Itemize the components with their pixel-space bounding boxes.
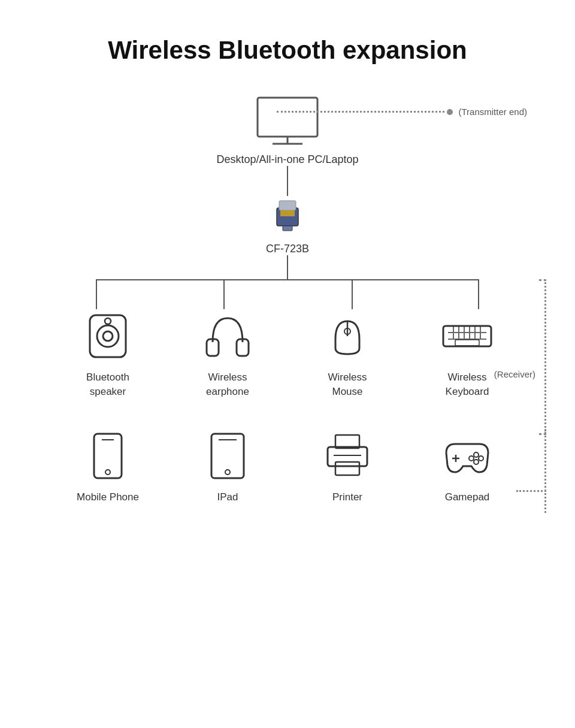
usb-label: CF-723B bbox=[266, 243, 309, 255]
svg-point-45 bbox=[474, 460, 479, 464]
svg-rect-4 bbox=[279, 201, 296, 210]
row2-container: Mobile Phone IPad bbox=[18, 429, 557, 505]
transmitter-end: (Transmitter end) bbox=[277, 107, 527, 117]
svg-point-9 bbox=[103, 331, 113, 341]
v-line-usb-branch bbox=[287, 255, 288, 279]
svg-rect-7 bbox=[90, 315, 126, 357]
receiver-label: (Receiver) bbox=[494, 369, 535, 379]
svg-rect-38 bbox=[328, 447, 367, 466]
branch-drop-4 bbox=[478, 279, 479, 309]
mouse-icon bbox=[320, 309, 374, 363]
monitor-section: Desktop/All-in-one PC/Laptop bbox=[216, 95, 358, 166]
usb-section: CF-723B bbox=[264, 196, 311, 255]
printer-icon bbox=[320, 429, 374, 483]
transmitter-label: (Transmitter end) bbox=[459, 107, 527, 117]
printer-label: Printer bbox=[332, 490, 362, 505]
svg-rect-15 bbox=[443, 326, 491, 346]
row1-container: Bluetoothspeaker Wirelessearphone bbox=[18, 309, 557, 399]
gamepad-label: Gamepad bbox=[445, 490, 490, 505]
device-ipad: IPad bbox=[180, 429, 276, 505]
svg-rect-34 bbox=[211, 434, 244, 478]
speaker-label: Bluetoothspeaker bbox=[86, 370, 129, 399]
row2-dotted-bottom bbox=[516, 490, 546, 492]
earphone-icon bbox=[201, 309, 255, 363]
device-wireless-earphone: Wirelessearphone bbox=[180, 309, 276, 399]
svg-point-8 bbox=[97, 325, 119, 347]
branch-drop-2 bbox=[223, 279, 225, 309]
branch-h-line bbox=[96, 279, 479, 280]
pc-label: Desktop/All-in-one PC/Laptop bbox=[216, 153, 358, 166]
svg-rect-6 bbox=[283, 226, 292, 231]
svg-rect-0 bbox=[258, 98, 317, 137]
device-wireless-keyboard: WirelessKeyboard bbox=[419, 309, 515, 399]
receiver-bracket bbox=[539, 279, 546, 435]
page-title: Wireless Bluetooth expansion bbox=[24, 36, 551, 65]
tablet-label: IPad bbox=[217, 490, 238, 505]
row2-devices: Mobile Phone IPad bbox=[48, 429, 527, 505]
transmitter-dot bbox=[447, 109, 453, 115]
speaker-icon bbox=[81, 309, 135, 363]
page: Wireless Bluetooth expansion Desktop/All… bbox=[0, 0, 575, 728]
svg-point-46 bbox=[469, 456, 474, 461]
row1-devices: Bluetoothspeaker Wirelessearphone bbox=[48, 309, 527, 399]
branch-drop-3 bbox=[352, 279, 353, 309]
svg-point-43 bbox=[474, 452, 479, 457]
usb-icon bbox=[264, 196, 311, 238]
mouse-label: WirelessMouse bbox=[328, 370, 367, 399]
branch-drop-1 bbox=[96, 279, 97, 309]
transmitter-dotted-line bbox=[277, 111, 444, 113]
row2-dotted-line bbox=[544, 429, 546, 513]
phone-icon bbox=[81, 429, 135, 483]
svg-point-10 bbox=[105, 318, 111, 324]
device-printer: Printer bbox=[299, 429, 395, 505]
branch-container bbox=[48, 279, 527, 309]
phone-label: Mobile Phone bbox=[77, 490, 139, 505]
device-gamepad: Gamepad bbox=[419, 429, 515, 505]
svg-rect-30 bbox=[455, 340, 479, 346]
device-wireless-mouse: WirelessMouse bbox=[299, 309, 395, 399]
keyboard-label: WirelessKeyboard bbox=[446, 370, 489, 399]
svg-point-36 bbox=[225, 470, 230, 475]
svg-point-44 bbox=[479, 456, 483, 461]
monitor-icon bbox=[252, 95, 323, 149]
keyboard-icon bbox=[440, 309, 494, 363]
svg-rect-31 bbox=[94, 434, 122, 478]
device-bluetooth-speaker: Bluetoothspeaker bbox=[60, 309, 156, 399]
svg-rect-5 bbox=[280, 210, 295, 216]
tablet-icon bbox=[201, 429, 255, 483]
v-line-pc-usb bbox=[287, 166, 288, 196]
svg-point-33 bbox=[105, 470, 110, 475]
device-mobile-phone: Mobile Phone bbox=[60, 429, 156, 505]
gamepad-icon bbox=[440, 429, 494, 483]
diagram: Desktop/All-in-one PC/Laptop (Transmitte… bbox=[24, 95, 551, 504]
earphone-label: Wirelessearphone bbox=[206, 370, 249, 399]
svg-rect-39 bbox=[335, 462, 359, 475]
